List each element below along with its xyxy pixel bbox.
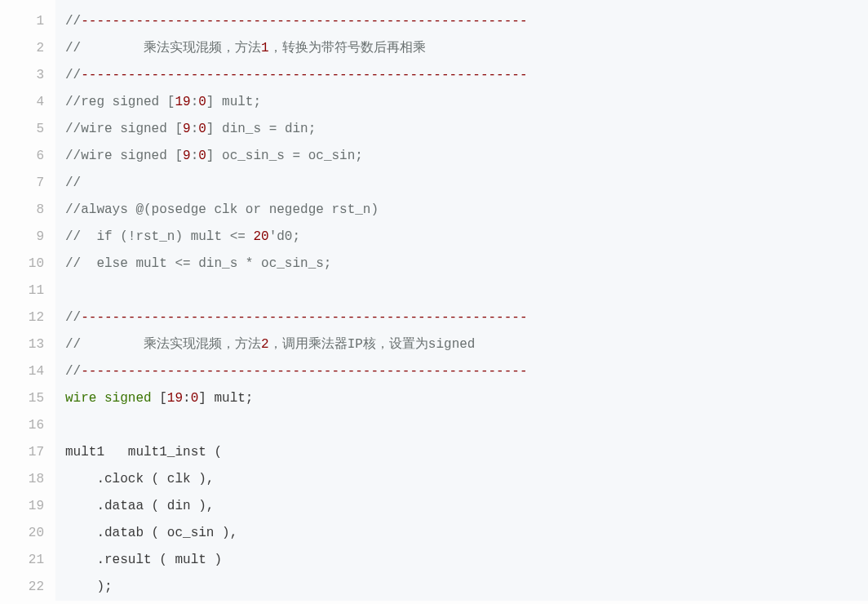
code-token: 0 (191, 391, 199, 406)
code-token: // if (!rst_n) mult <= (65, 229, 253, 244)
code-token: ----------------------------------------… (81, 364, 527, 379)
code-line[interactable]: wire signed [19:0] mult; (65, 385, 868, 412)
code-token: 0 (198, 149, 206, 163)
line-number: 22 (0, 574, 44, 601)
code-line[interactable]: //--------------------------------------… (65, 8, 868, 35)
code-token: //reg signed [ (65, 95, 175, 109)
code-line[interactable]: mult1 mult1_inst ( (65, 439, 868, 466)
code-token: wire (65, 391, 96, 406)
code-token: .datab (96, 526, 144, 540)
line-number: 11 (0, 278, 44, 304)
code-token: // 乘法实现混频，方法 (65, 41, 261, 56)
code-token: //wire signed [ (65, 122, 183, 136)
code-token: 2 (261, 337, 269, 352)
code-token: 9 (183, 122, 191, 136)
line-number: 18 (0, 466, 44, 493)
line-number: 19 (0, 493, 44, 520)
line-number: 16 (0, 412, 44, 439)
code-token: // (65, 364, 81, 379)
code-token: .result (96, 553, 151, 567)
line-number: 14 (0, 358, 44, 385)
code-token: // (65, 68, 81, 82)
code-token: signed (104, 391, 152, 406)
line-number: 17 (0, 439, 44, 466)
line-number: 15 (0, 385, 44, 412)
code-token: ( oc_sin ), (144, 526, 237, 540)
code-token: ----------------------------------------… (81, 14, 527, 29)
line-number: 5 (0, 116, 44, 143)
code-line[interactable]: //wire signed [9:0] oc_sin_s = oc_sin; (65, 143, 868, 170)
code-token: ] oc_sin_s = oc_sin; (206, 149, 363, 163)
line-number: 9 (0, 224, 44, 251)
code-token: 20 (253, 229, 268, 244)
line-number: 7 (0, 170, 44, 197)
code-token: 19 (167, 391, 183, 406)
code-token: : (183, 391, 191, 406)
code-token: ( clk ), (144, 472, 214, 486)
code-line[interactable] (65, 278, 868, 304)
code-token: : (191, 122, 199, 136)
code-token: 19 (175, 95, 190, 109)
line-number: 1 (0, 8, 44, 35)
code-token: // (65, 310, 81, 325)
code-token: .dataa (96, 499, 144, 513)
code-token (96, 391, 104, 406)
code-line[interactable]: .datab ( oc_sin ), (65, 520, 868, 547)
code-line[interactable]: // (65, 170, 868, 197)
line-number: 6 (0, 143, 44, 170)
line-number: 2 (0, 35, 44, 62)
code-token: 1 (261, 41, 269, 56)
code-token (65, 526, 96, 540)
line-number: 4 (0, 89, 44, 116)
line-number: 8 (0, 197, 44, 224)
code-token: // (65, 175, 81, 190)
code-line[interactable] (65, 412, 868, 439)
code-token (65, 553, 96, 567)
code-token (65, 499, 96, 513)
code-token: 'd0; (269, 229, 300, 244)
code-token: ( din ), (144, 499, 214, 513)
code-line[interactable]: // if (!rst_n) mult <= 20'd0; (65, 224, 868, 251)
code-token: 0 (198, 122, 206, 136)
code-token: //always @(posedge clk or negedge rst_n) (65, 202, 379, 217)
code-token: ----------------------------------------… (81, 310, 527, 325)
line-number: 3 (0, 62, 44, 89)
code-token: : (191, 149, 199, 163)
line-number-gutter: 12345678910111213141516171819202122 (0, 0, 55, 601)
code-line[interactable]: // else mult <= din_s * oc_sin_s; (65, 251, 868, 278)
code-line[interactable]: //--------------------------------------… (65, 358, 868, 385)
code-token: 0 (198, 95, 206, 109)
code-token (65, 472, 96, 486)
code-token: 9 (183, 149, 191, 163)
code-line[interactable]: ); (65, 574, 868, 601)
code-token: ----------------------------------------… (81, 68, 527, 82)
line-number: 21 (0, 547, 44, 574)
code-line[interactable]: //wire signed [9:0] din_s = din; (65, 116, 868, 143)
code-token: // 乘法实现混频，方法 (65, 337, 261, 352)
code-token: ，调用乘法器IP核，设置为signed (269, 337, 476, 352)
code-token: : (191, 95, 199, 109)
code-line[interactable]: .clock ( clk ), (65, 466, 868, 493)
code-token: mult1 mult1_inst ( (65, 445, 222, 460)
code-token: // else mult <= din_s * oc_sin_s; (65, 256, 331, 271)
code-token: ( mult ) (152, 553, 222, 567)
code-line[interactable]: // 乘法实现混频，方法1，转换为带符号数后再相乘 (65, 35, 868, 62)
code-line[interactable]: //--------------------------------------… (65, 62, 868, 89)
code-token: ); (65, 580, 113, 594)
line-number: 10 (0, 251, 44, 278)
code-token: .clock (96, 472, 144, 486)
code-token: //wire signed [ (65, 149, 183, 163)
line-number: 20 (0, 520, 44, 547)
code-token: [ (152, 391, 167, 406)
code-line[interactable]: //--------------------------------------… (65, 304, 868, 331)
code-line[interactable]: .result ( mult ) (65, 547, 868, 574)
code-token: ，转换为带符号数后再相乘 (269, 41, 426, 56)
code-line[interactable]: .dataa ( din ), (65, 493, 868, 520)
code-line[interactable]: //reg signed [19:0] mult; (65, 89, 868, 116)
code-token: ] mult; (198, 391, 253, 406)
code-line[interactable]: //always @(posedge clk or negedge rst_n) (65, 197, 868, 224)
line-number: 12 (0, 304, 44, 331)
code-editor-content[interactable]: //--------------------------------------… (55, 0, 868, 601)
code-line[interactable]: // 乘法实现混频，方法2，调用乘法器IP核，设置为signed (65, 331, 868, 358)
code-token: ] mult; (206, 95, 261, 109)
